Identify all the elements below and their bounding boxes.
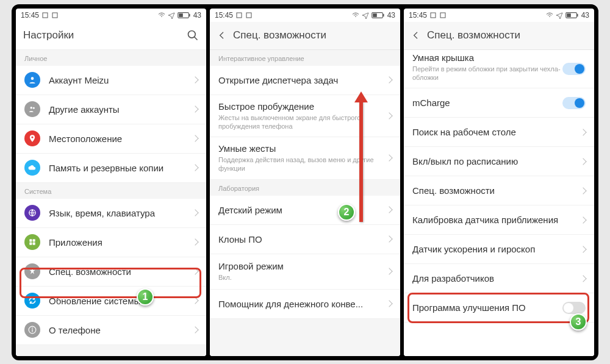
- section-system: Система: [16, 183, 206, 199]
- battery-icon: [178, 12, 191, 19]
- accessibility-list-2: Умная крышка Перейти в режим обложки при…: [404, 50, 594, 356]
- globe-icon: [24, 205, 40, 221]
- row-mcharge[interactable]: mCharge: [404, 88, 594, 118]
- svg-rect-18: [32, 329, 32, 332]
- svg-rect-12: [29, 239, 32, 241]
- row-meizu-account[interactable]: Аккаунт Meizu: [16, 66, 206, 95]
- header: Спец. возможности: [404, 22, 594, 50]
- svg-rect-4: [179, 13, 183, 17]
- svg-line-6: [195, 37, 198, 40]
- status-time: 15:45: [21, 11, 39, 20]
- accounts-icon: [24, 101, 40, 117]
- row-other-accounts[interactable]: Другие аккаунты: [16, 95, 206, 124]
- header: Настройки: [16, 22, 206, 50]
- cloud-icon: [24, 160, 40, 176]
- wifi-icon: [352, 12, 359, 19]
- row-task-manager[interactable]: Открытие диспетчера задач: [210, 66, 400, 95]
- page-title: Спец. возможности: [233, 29, 326, 41]
- svg-point-9: [33, 107, 35, 109]
- svg-point-8: [30, 107, 33, 109]
- battery-icon: [371, 12, 385, 19]
- back-icon[interactable]: [411, 30, 421, 40]
- search-icon[interactable]: [187, 29, 199, 41]
- row-apps[interactable]: Приложения: [16, 228, 206, 257]
- row-accessibility-sub[interactable]: Спец. возможности: [404, 176, 594, 205]
- row-developer[interactable]: Для разработчиков: [404, 264, 594, 293]
- row-game-mode[interactable]: Игровой режим Вкл.: [210, 254, 400, 290]
- row-update[interactable]: Обновление системы: [16, 287, 206, 316]
- row-smart-cover[interactable]: Умная крышка Перейти в режим обложки при…: [404, 50, 594, 89]
- section-interactive: Интерактивное управление: [210, 50, 400, 66]
- svg-rect-3: [189, 13, 190, 16]
- apps-icon: [24, 234, 40, 250]
- location-icon: [24, 130, 40, 146]
- battery-level: 43: [193, 11, 201, 20]
- airplane-icon: [556, 12, 563, 19]
- row-desktop-search[interactable]: Поиск на рабочем столе: [404, 118, 594, 147]
- svg-rect-24: [431, 13, 436, 18]
- header: Спец. возможности: [210, 22, 400, 50]
- refresh-icon: [24, 293, 40, 309]
- svg-rect-25: [440, 13, 445, 18]
- screen-accessibility-scrolled: 15:45 43 Спец. возможности Умная крышка …: [404, 9, 594, 356]
- wifi-icon: [546, 12, 553, 19]
- svg-point-10: [32, 137, 34, 138]
- row-location[interactable]: Местоположение: [16, 124, 206, 154]
- svg-rect-27: [577, 13, 578, 16]
- section-personal: Личное: [16, 50, 206, 66]
- row-fast-wake[interactable]: Быстрое пробуждение Жесты на выключенном…: [210, 95, 400, 138]
- toggle-mcharge[interactable]: [562, 97, 586, 109]
- svg-rect-14: [29, 243, 32, 245]
- badge-1: 1: [137, 288, 154, 305]
- row-money-helper[interactable]: Помощник для денежного конве...: [210, 290, 400, 319]
- svg-rect-13: [33, 239, 35, 241]
- row-schedule[interactable]: Вкл/выкл по расписанию: [404, 147, 594, 176]
- notification-icon: [41, 12, 49, 19]
- screen-settings: 15:45 43 Настройки Личное Аккаунт Meizu: [16, 9, 206, 356]
- accessibility-list: Интерактивное управление Открытие диспет…: [210, 50, 400, 356]
- airplane-icon: [168, 12, 175, 19]
- svg-rect-1: [52, 13, 57, 18]
- page-title: Настройки: [23, 29, 74, 41]
- svg-rect-0: [43, 13, 48, 18]
- scroll-arrow-icon: [359, 100, 363, 222]
- status-bar: 15:45 43: [404, 9, 594, 22]
- status-time: 15:45: [215, 11, 233, 20]
- toggle-smart-cover[interactable]: [562, 63, 586, 75]
- status-bar: 15:45 43: [210, 9, 400, 22]
- battery-icon: [565, 12, 579, 19]
- svg-rect-28: [567, 13, 571, 17]
- notification-icon: [429, 12, 437, 19]
- svg-rect-22: [383, 13, 384, 16]
- notification-icon-2: [51, 12, 59, 19]
- row-language[interactable]: Язык, время, клавиатура: [16, 199, 206, 228]
- svg-point-7: [31, 77, 34, 80]
- notification-icon-2: [439, 12, 447, 19]
- row-clones[interactable]: Клоны ПО: [210, 225, 400, 254]
- svg-rect-15: [33, 243, 35, 245]
- status-bar: 15:45 43: [16, 9, 206, 22]
- person-icon: [24, 72, 40, 88]
- row-accelerometer[interactable]: Датчик ускорения и гироскоп: [404, 235, 594, 264]
- notification-icon-2: [245, 12, 253, 19]
- battery-level: 43: [581, 11, 589, 20]
- badge-2: 2: [338, 204, 355, 221]
- badge-3: 3: [570, 313, 587, 330]
- info-icon: [24, 322, 40, 338]
- row-improve-program[interactable]: Программа улучшения ПО: [404, 293, 594, 323]
- back-icon[interactable]: [217, 30, 227, 40]
- row-backup[interactable]: Память и резервные копии: [16, 154, 206, 183]
- svg-point-5: [188, 31, 196, 38]
- row-about[interactable]: О телефоне: [16, 316, 206, 345]
- screen-accessibility: 15:45 43 Спец. возможности Интерактивное…: [210, 9, 400, 356]
- notification-icon: [235, 12, 243, 19]
- row-kids-mode[interactable]: Детский режим: [210, 196, 400, 225]
- row-smart-gestures[interactable]: Умные жесты Поддержка действия назад, вы…: [210, 137, 400, 180]
- settings-list: Личное Аккаунт Meizu Другие аккаунты Мес…: [16, 50, 206, 356]
- row-proximity[interactable]: Калибровка датчика приближения: [404, 205, 594, 235]
- svg-point-17: [32, 327, 33, 329]
- row-accessibility[interactable]: Спец. возможности: [16, 257, 206, 287]
- toggle-improve[interactable]: [562, 302, 586, 314]
- airplane-icon: [362, 12, 369, 19]
- svg-rect-23: [373, 13, 377, 17]
